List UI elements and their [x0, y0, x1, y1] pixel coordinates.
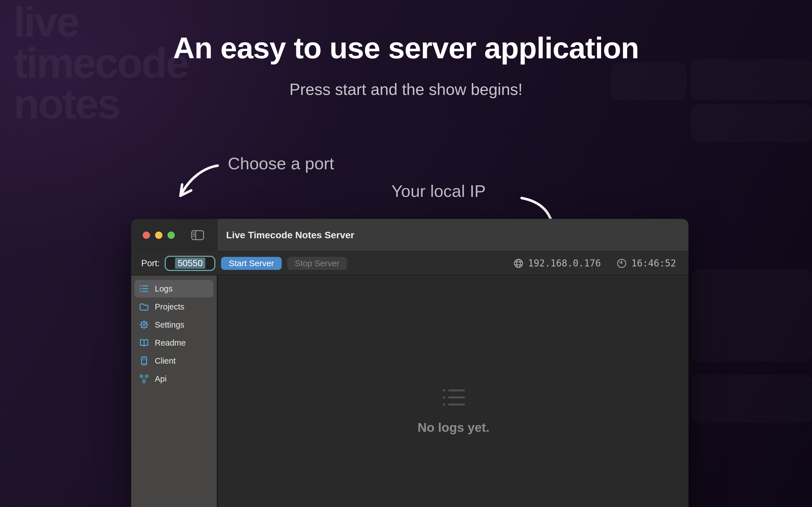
- gear-icon: [139, 320, 149, 330]
- sidebar-item-readme[interactable]: Readme: [135, 334, 213, 351]
- local-ip-value: 192.168.0.176: [528, 258, 601, 269]
- list-triangle-icon: [442, 388, 465, 407]
- sidebar-toggle-icon[interactable]: [191, 230, 204, 240]
- list-bullet-icon: [139, 284, 149, 294]
- open-book-icon: [139, 338, 149, 348]
- empty-state-text: No logs yet.: [218, 420, 689, 435]
- empty-state: No logs yet.: [218, 388, 689, 435]
- curved-arrow-to-port-field: [172, 161, 229, 206]
- zoom-button[interactable]: [167, 231, 175, 239]
- globe-icon: [513, 258, 523, 269]
- folder-icon: [139, 302, 149, 312]
- sidebar-item-projects[interactable]: Projects: [135, 298, 213, 316]
- sidebar: Logs Projects: [131, 276, 218, 507]
- app-window: Live Timecode Notes Server Port: 50550 S…: [131, 219, 689, 507]
- annotation-local-ip: Your local IP: [391, 181, 486, 201]
- stop-server-button[interactable]: Stop Server: [287, 257, 347, 270]
- page-subtitle: Press start and the show begins!: [0, 80, 812, 99]
- status-readouts: 192.168.0.176 16:46:52: [513, 258, 676, 269]
- sidebar-item-settings[interactable]: Settings: [135, 316, 213, 334]
- sidebar-item-logs[interactable]: Logs: [135, 280, 213, 297]
- client-grid-icon: [139, 356, 149, 366]
- sidebar-item-api[interactable]: Api: [135, 370, 213, 388]
- port-label: Port:: [141, 258, 160, 269]
- decor-card: [691, 269, 812, 362]
- decor-card: [691, 375, 812, 423]
- sidebar-item-label: Projects: [155, 302, 185, 312]
- start-server-button[interactable]: Start Server: [221, 257, 282, 270]
- clock-value: 16:46:52: [631, 258, 676, 269]
- window-body: Logs Projects: [131, 276, 689, 507]
- close-button[interactable]: [143, 231, 150, 239]
- toolbar: Port: 50550 Start Server Stop Server 192…: [131, 251, 689, 276]
- port-input[interactable]: 50550: [165, 256, 215, 271]
- sidebar-item-label: Api: [155, 374, 167, 384]
- window-title: Live Timecode Notes Server: [226, 230, 354, 240]
- marketing-screenshot: live timecode notes An easy to use serve…: [0, 0, 812, 507]
- titlebar-sidebar-segment: [131, 219, 218, 251]
- sidebar-item-label: Logs: [155, 284, 172, 293]
- annotation-choose-port: Choose a port: [228, 154, 334, 173]
- minimize-button[interactable]: [155, 231, 162, 239]
- sidebar-item-client[interactable]: Client: [135, 352, 213, 370]
- titlebar: Live Timecode Notes Server: [218, 219, 689, 251]
- sidebar-item-label: Client: [155, 356, 175, 365]
- decor-card: [691, 104, 812, 142]
- port-input-value: 50550: [175, 258, 205, 269]
- page-title: An easy to use server application: [0, 31, 812, 65]
- log-content-area: No logs yet.: [218, 276, 689, 507]
- clock-icon: [617, 258, 627, 269]
- node-graph-icon: [139, 374, 149, 384]
- sidebar-item-label: Readme: [155, 338, 186, 348]
- sidebar-item-label: Settings: [155, 320, 185, 330]
